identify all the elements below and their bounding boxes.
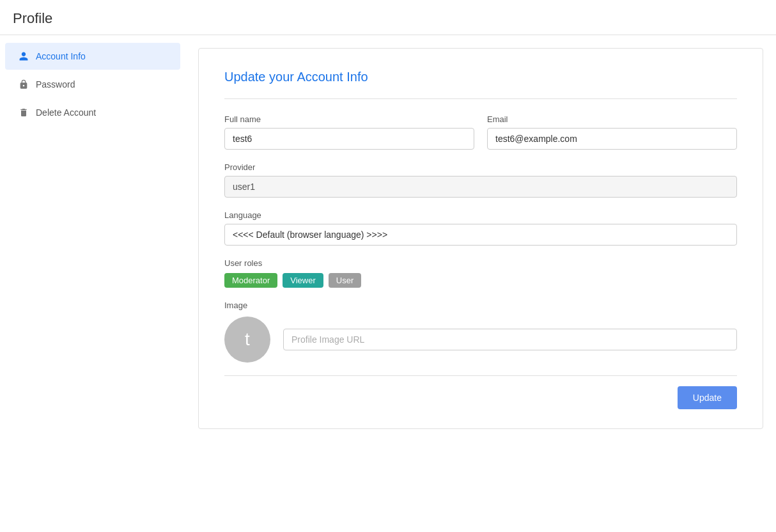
- language-label: Language: [224, 210, 737, 220]
- language-row: Language <<<< Default (browser language)…: [224, 210, 737, 246]
- title-divider: [224, 98, 737, 99]
- role-badge-user: User: [329, 273, 361, 288]
- name-email-row: Full name Email: [224, 114, 737, 150]
- role-badge-moderator: Moderator: [224, 273, 277, 288]
- avatar-letter: t: [245, 329, 250, 350]
- main-content: Update your Account Info Full name Email: [185, 35, 776, 442]
- roles-badges: Moderator Viewer User: [224, 273, 737, 288]
- person-icon: [18, 51, 29, 62]
- sidebar-item-account-info[interactable]: Account Info: [5, 43, 180, 70]
- card-footer: Update: [224, 386, 737, 409]
- lock-icon: [18, 79, 29, 90]
- full-name-group: Full name: [224, 114, 474, 150]
- provider-row: Provider: [224, 162, 737, 198]
- full-name-input[interactable]: [224, 128, 474, 150]
- user-roles-label: User roles: [224, 258, 737, 268]
- sidebar: Account Info Password Delete Account: [0, 35, 185, 442]
- update-button[interactable]: Update: [678, 386, 737, 409]
- sidebar-item-delete-account[interactable]: Delete Account: [5, 99, 180, 126]
- sidebar-item-delete-account-label: Delete Account: [36, 107, 96, 118]
- avatar: t: [224, 317, 270, 363]
- language-select[interactable]: <<<< Default (browser language) >>>>: [224, 224, 737, 246]
- image-row: t: [224, 317, 737, 363]
- form-section-title: Update your Account Info: [224, 68, 737, 86]
- full-name-label: Full name: [224, 114, 474, 124]
- sidebar-item-password[interactable]: Password: [5, 71, 180, 98]
- provider-group: Provider: [224, 162, 737, 198]
- email-input[interactable]: [487, 128, 737, 150]
- email-label: Email: [487, 114, 737, 124]
- provider-label: Provider: [224, 162, 737, 172]
- profile-image-url-input[interactable]: [283, 329, 737, 350]
- account-info-card: Update your Account Info Full name Email: [198, 48, 763, 429]
- sidebar-item-account-info-label: Account Info: [36, 51, 86, 61]
- page-title: Profile: [13, 10, 763, 27]
- role-badge-viewer: Viewer: [283, 273, 323, 288]
- image-section: Image t: [224, 301, 737, 363]
- sidebar-item-password-label: Password: [36, 79, 75, 90]
- bottom-divider: [224, 375, 737, 376]
- provider-input[interactable]: [224, 176, 737, 198]
- user-roles-section: User roles Moderator Viewer User: [224, 258, 737, 288]
- trash-icon: [18, 107, 29, 118]
- email-group: Email: [487, 114, 737, 150]
- image-label: Image: [224, 301, 737, 310]
- language-group: Language <<<< Default (browser language)…: [224, 210, 737, 246]
